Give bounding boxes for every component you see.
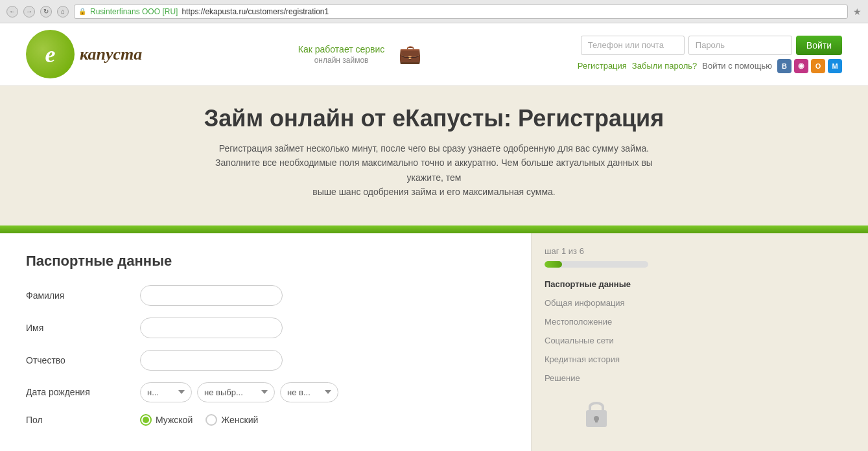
- auth-area: Войти Регистрация Забыли пароль? Войти с…: [578, 36, 842, 73]
- male-radio-dot: [143, 417, 149, 423]
- last-name-row: Фамилия: [26, 285, 505, 306]
- back-button[interactable]: ←: [6, 6, 18, 17]
- sidebar-step-general: Общая информация: [545, 297, 648, 309]
- page-title: Займ онлайн от еКапусты: Регистрация: [13, 105, 855, 132]
- logo-e-letter: е: [45, 41, 56, 68]
- step-info: шаг 1 из 6: [545, 246, 648, 256]
- logo-icon[interactable]: е: [26, 30, 75, 78]
- forgot-password-link[interactable]: Забыли пароль?: [632, 61, 697, 71]
- subtitle-line1: Регистрация займет несколько минут, посл…: [219, 143, 650, 154]
- sidebar-step-location: Местоположение: [545, 316, 648, 328]
- gender-male-option[interactable]: Мужской: [140, 414, 193, 426]
- male-radio-button[interactable]: [140, 414, 152, 426]
- middle-name-label: Отчество: [26, 355, 130, 365]
- phone-input[interactable]: [581, 36, 685, 55]
- logo-area: е капуста: [26, 30, 142, 78]
- last-name-label: Фамилия: [26, 290, 130, 301]
- gender-label: Пол: [26, 415, 130, 425]
- forward-button[interactable]: →: [23, 6, 35, 17]
- birth-month-select[interactable]: не выбр...: [197, 382, 275, 402]
- logo-text: капуста: [80, 45, 142, 64]
- sidebar-step-credit: Кредитная история: [545, 353, 648, 365]
- wallet-icon: 💼: [399, 43, 421, 65]
- password-input[interactable]: [688, 36, 792, 55]
- first-name-row: Имя: [26, 318, 505, 338]
- subtitle-line2: Заполните все необходимые поля максималь…: [215, 157, 653, 182]
- url-bar[interactable]: 🔒 Rusinterfinans OOO [RU] https://ekapus…: [74, 5, 848, 19]
- middle-name-row: Отчество: [26, 350, 505, 371]
- nav-sub-text: онлайн займов: [314, 56, 369, 65]
- svg-rect-2: [595, 419, 598, 422]
- login-with-text: Войти с помощью: [702, 61, 772, 71]
- gender-radio-group: Мужской Женский: [140, 414, 258, 426]
- first-name-input[interactable]: [140, 318, 283, 338]
- site-label: Rusinterfinans OOO [RU]: [90, 7, 178, 16]
- male-label: Мужской: [156, 415, 193, 425]
- hero-subtitle: Регистрация займет несколько минут, посл…: [207, 141, 661, 200]
- date-selects: н... не выбр... не в...: [140, 382, 338, 402]
- social-login-icons: В ◉ О М: [777, 59, 842, 73]
- main-content: Паспортные данные Фамилия Имя Отчество Д…: [0, 233, 868, 451]
- auth-links: Регистрация Забыли пароль? Войти с помощ…: [578, 59, 842, 73]
- vk-login-icon[interactable]: В: [777, 59, 792, 73]
- green-divider: [0, 226, 868, 233]
- sidebar-steps: Паспортные данные Общая информация Место…: [545, 278, 648, 384]
- sidebar-step-passport: Паспортные данные: [545, 278, 648, 290]
- form-panel: Паспортные данные Фамилия Имя Отчество Д…: [0, 233, 532, 451]
- instagram-login-icon[interactable]: ◉: [794, 59, 808, 73]
- bookmark-icon[interactable]: ★: [853, 6, 862, 17]
- site-header: е капуста Как работает сервис онлайн зай…: [0, 23, 868, 86]
- sidebar-step-social: Социальные сети: [545, 334, 648, 347]
- register-link[interactable]: Регистрация: [578, 61, 627, 71]
- nav-center: Как работает сервис онлайн займов 💼: [298, 43, 422, 65]
- sidebar-step-decision: Решение: [545, 372, 648, 384]
- auth-inputs: Войти: [581, 36, 842, 55]
- birth-date-row: Дата рождения н... не выбр... не в...: [26, 382, 505, 402]
- birth-year-select[interactable]: не в...: [280, 382, 338, 402]
- subtitle-line3: выше шанс одобрения займа и его максимал…: [312, 187, 556, 197]
- login-button[interactable]: Войти: [796, 36, 842, 55]
- url-text: https://ekapusta.ru/customers/registrati…: [182, 7, 329, 16]
- progress-bar-background: [545, 261, 648, 268]
- birth-day-select[interactable]: н...: [140, 382, 192, 402]
- first-name-label: Имя: [26, 323, 130, 333]
- gender-female-option[interactable]: Женский: [205, 414, 258, 426]
- browser-chrome: ← → ↻ ⌂ 🔒 Rusinterfinans OOO [RU] https:…: [0, 0, 868, 23]
- hero-section: Займ онлайн от еКапусты: Регистрация Рег…: [0, 86, 868, 213]
- gender-row: Пол Мужской Женский: [26, 414, 505, 426]
- refresh-button[interactable]: ↻: [40, 6, 52, 17]
- mailru-login-icon[interactable]: М: [828, 59, 842, 73]
- progress-bar-fill: [545, 261, 562, 268]
- lock-area: [545, 397, 648, 430]
- home-button[interactable]: ⌂: [57, 6, 69, 17]
- nav-service: Как работает сервис онлайн займов: [298, 44, 385, 65]
- female-radio-button[interactable]: [205, 414, 217, 426]
- middle-name-input[interactable]: [140, 350, 283, 371]
- female-label: Женский: [221, 415, 258, 425]
- ssl-lock-icon: 🔒: [78, 8, 86, 15]
- odnoklassniki-login-icon[interactable]: О: [811, 59, 825, 73]
- form-section-title: Паспортные данные: [26, 253, 505, 270]
- how-it-works-link[interactable]: Как работает сервис: [298, 44, 385, 54]
- sidebar: шаг 1 из 6 Паспортные данные Общая инфор…: [532, 233, 661, 451]
- last-name-input[interactable]: [140, 285, 283, 306]
- birth-date-label: Дата рождения: [26, 387, 130, 397]
- lock-icon: [583, 397, 609, 430]
